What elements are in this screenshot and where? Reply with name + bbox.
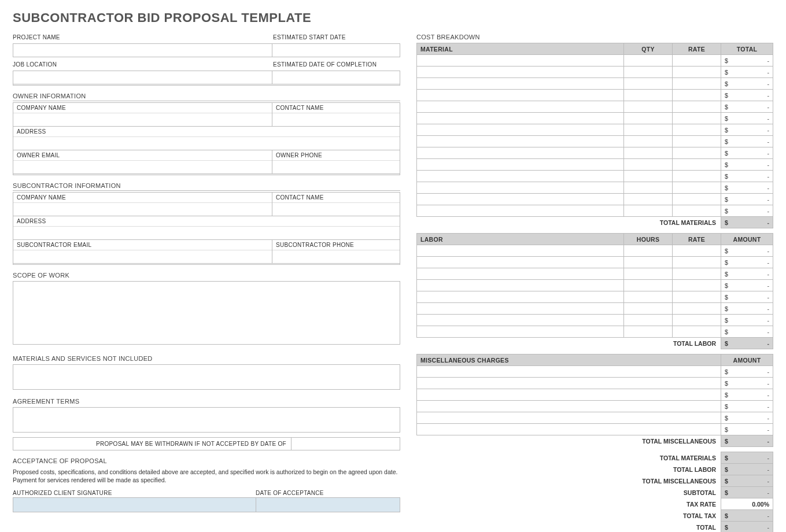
material-qty-cell[interactable] <box>624 194 673 205</box>
misc-desc-cell[interactable] <box>417 378 721 389</box>
material-desc-cell[interactable] <box>417 101 624 113</box>
material-qty-cell[interactable] <box>624 78 673 90</box>
material-qty-cell[interactable] <box>624 66 673 78</box>
labor-desc-cell[interactable] <box>417 245 624 257</box>
summary-taxrate-value[interactable]: 0.00% <box>721 498 773 510</box>
material-total-cell: $- <box>721 66 773 78</box>
material-rate-cell[interactable] <box>673 124 721 136</box>
labor-hours-cell[interactable] <box>624 315 673 326</box>
material-qty-cell[interactable] <box>624 147 673 159</box>
material-rate-cell[interactable] <box>673 78 721 90</box>
owner-email-field[interactable] <box>13 161 272 173</box>
labor-hours-cell[interactable] <box>624 291 673 303</box>
sub-email-field[interactable] <box>13 250 272 263</box>
labor-rate-cell[interactable] <box>673 291 721 303</box>
labor-desc-cell[interactable] <box>417 280 624 291</box>
labor-hours-cell[interactable] <box>624 268 673 280</box>
material-rate-cell[interactable] <box>673 159 721 171</box>
job-location-field[interactable] <box>13 71 272 84</box>
owner-company-label: COMPANY NAME <box>13 103 272 113</box>
material-rate-cell[interactable] <box>673 66 721 78</box>
labor-hours-cell[interactable] <box>624 303 673 315</box>
labor-hours-cell[interactable] <box>624 245 673 257</box>
misc-desc-cell[interactable] <box>417 424 721 435</box>
labor-rate-cell[interactable] <box>673 315 721 326</box>
material-desc-cell[interactable] <box>417 113 624 124</box>
proposal-withdraw-date-field[interactable] <box>291 438 400 450</box>
summary-total-amount: $- <box>721 522 773 533</box>
owner-contact-field[interactable] <box>272 113 400 126</box>
material-rate-cell[interactable] <box>673 136 721 147</box>
labor-rate-cell[interactable] <box>673 257 721 268</box>
material-rate-cell[interactable] <box>673 171 721 182</box>
labor-desc-cell[interactable] <box>417 291 624 303</box>
sub-contact-field[interactable] <box>272 203 400 216</box>
scope-field[interactable] <box>13 281 400 345</box>
misc-amount-cell: $- <box>721 401 773 412</box>
labor-hours-cell[interactable] <box>624 280 673 291</box>
labor-desc-cell[interactable] <box>417 257 624 268</box>
agreement-field[interactable] <box>13 407 400 433</box>
material-qty-cell[interactable] <box>624 136 673 147</box>
material-qty-cell[interactable] <box>624 90 673 101</box>
labor-desc-cell[interactable] <box>417 315 624 326</box>
labor-desc-cell[interactable] <box>417 303 624 315</box>
material-rate-cell[interactable] <box>673 101 721 113</box>
material-qty-cell[interactable] <box>624 55 673 66</box>
material-rate-cell[interactable] <box>673 205 721 217</box>
signature-field[interactable] <box>13 497 256 512</box>
material-desc-cell[interactable] <box>417 194 624 205</box>
material-desc-cell[interactable] <box>417 78 624 90</box>
sub-phone-field[interactable] <box>272 250 400 263</box>
material-qty-cell[interactable] <box>624 101 673 113</box>
material-rate-cell[interactable] <box>673 194 721 205</box>
material-desc-cell[interactable] <box>417 182 624 194</box>
material-qty-cell[interactable] <box>624 159 673 171</box>
material-desc-cell[interactable] <box>417 66 624 78</box>
material-rate-cell[interactable] <box>673 182 721 194</box>
material-desc-cell[interactable] <box>417 124 624 136</box>
material-desc-cell[interactable] <box>417 159 624 171</box>
material-desc-cell[interactable] <box>417 171 624 182</box>
material-row: $- <box>417 90 773 101</box>
material-rate-cell[interactable] <box>673 147 721 159</box>
material-rate-cell[interactable] <box>673 90 721 101</box>
project-name-field[interactable] <box>13 44 272 57</box>
labor-desc-cell[interactable] <box>417 326 624 338</box>
sub-address-field[interactable] <box>13 227 400 239</box>
material-qty-cell[interactable] <box>624 113 673 124</box>
material-desc-cell[interactable] <box>417 90 624 101</box>
labor-desc-cell[interactable] <box>417 268 624 280</box>
misc-desc-cell[interactable] <box>417 401 721 412</box>
material-desc-cell[interactable] <box>417 205 624 217</box>
misc-desc-cell[interactable] <box>417 412 721 424</box>
owner-company-field[interactable] <box>13 113 272 126</box>
material-qty-cell[interactable] <box>624 182 673 194</box>
date-acceptance-field[interactable] <box>256 497 400 512</box>
material-qty-cell[interactable] <box>624 205 673 217</box>
material-desc-cell[interactable] <box>417 147 624 159</box>
owner-phone-field[interactable] <box>272 161 400 173</box>
labor-rate-cell[interactable] <box>673 280 721 291</box>
misc-amount-cell: $- <box>721 389 773 401</box>
material-rate-cell[interactable] <box>673 55 721 66</box>
owner-address-field[interactable] <box>13 137 400 150</box>
start-date-field[interactable] <box>272 44 400 57</box>
labor-hours-cell[interactable] <box>624 326 673 338</box>
material-qty-cell[interactable] <box>624 124 673 136</box>
material-rate-cell[interactable] <box>673 113 721 124</box>
labor-rate-cell[interactable] <box>673 303 721 315</box>
misc-desc-cell[interactable] <box>417 389 721 401</box>
labor-hours-cell[interactable] <box>624 257 673 268</box>
misc-amount-cell: $- <box>721 378 773 389</box>
labor-rate-cell[interactable] <box>673 268 721 280</box>
material-desc-cell[interactable] <box>417 55 624 66</box>
misc-desc-cell[interactable] <box>417 366 721 378</box>
material-qty-cell[interactable] <box>624 171 673 182</box>
material-desc-cell[interactable] <box>417 136 624 147</box>
labor-rate-cell[interactable] <box>673 326 721 338</box>
not-included-field[interactable] <box>13 364 400 390</box>
labor-rate-cell[interactable] <box>673 245 721 257</box>
completion-field[interactable] <box>272 71 400 84</box>
sub-company-field[interactable] <box>13 203 272 216</box>
